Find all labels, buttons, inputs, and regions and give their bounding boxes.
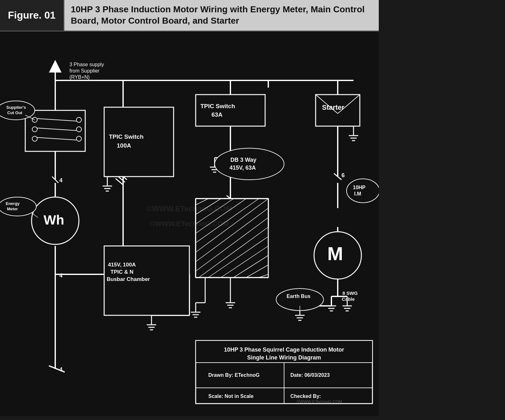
svg-text:10HP 3 Phase Squirrel Cage Ind: 10HP 3 Phase Squirrel Cage Induction Mot… <box>224 347 344 353</box>
svg-text:4: 4 <box>59 366 62 373</box>
svg-text:Supplier's: Supplier's <box>6 105 26 110</box>
svg-point-94 <box>32 136 37 141</box>
svg-text:415V, 63A: 415V, 63A <box>229 165 256 171</box>
svg-text:©WWW.ETechnoG.COM: ©WWW.ETechnoG.COM <box>146 204 232 213</box>
svg-point-151 <box>347 179 379 203</box>
svg-rect-102 <box>196 95 265 126</box>
svg-text:10HP: 10HP <box>353 185 365 190</box>
svg-text:(RYB+N): (RYB+N) <box>69 74 90 80</box>
svg-text:Meter: Meter <box>7 207 18 211</box>
svg-text:Earth Bus: Earth Bus <box>287 294 311 299</box>
svg-text:Drawn By: ETechnoG: Drawn By: ETechnoG <box>208 372 259 378</box>
svg-text:Busbar Chamber: Busbar Chamber <box>107 276 150 282</box>
svg-text:6: 6 <box>342 172 345 178</box>
svg-text:©WWW.ETechnoG.COM: ©WWW.ETechnoG.COM <box>297 399 342 404</box>
svg-text:TPIC & N: TPIC & N <box>110 269 134 275</box>
svg-point-135 <box>0 197 36 216</box>
svg-point-95 <box>76 117 81 122</box>
figure-label: Figure. 01 <box>0 0 64 31</box>
svg-text:M: M <box>327 243 343 264</box>
svg-text:Energy: Energy <box>6 201 20 206</box>
svg-point-97 <box>76 136 81 141</box>
svg-text:100A: 100A <box>117 142 131 149</box>
svg-text:3 Phase supply: 3 Phase supply <box>69 62 104 67</box>
svg-text:Date: 06/03/2023: Date: 06/03/2023 <box>290 372 330 378</box>
diagram-area: ©WWW.ETechnoG.COM <box>0 32 379 416</box>
svg-text:4: 4 <box>59 272 62 279</box>
svg-text:I.M: I.M <box>354 191 361 196</box>
header-title: 10HP 3 Phase Induction Motor Wiring with… <box>64 0 379 31</box>
svg-text:Wh: Wh <box>44 213 64 227</box>
svg-text:8 SWG: 8 SWG <box>342 290 358 296</box>
svg-text:415V, 100A: 415V, 100A <box>108 262 136 268</box>
svg-point-106 <box>215 148 284 180</box>
svg-text:Single Line Wiring Diagram: Single Line Wiring Diagram <box>247 354 321 361</box>
svg-text:Cable: Cable <box>342 296 355 302</box>
svg-text:Starter: Starter <box>322 103 344 111</box>
svg-text:TPIC Switch: TPIC Switch <box>109 133 144 140</box>
svg-text:Scale: Not in Scale: Scale: Not in Scale <box>208 394 253 399</box>
svg-point-96 <box>76 127 81 132</box>
svg-text:DB 3 Way: DB 3 Way <box>230 157 256 163</box>
header: Figure. 01 10HP 3 Phase Induction Motor … <box>0 0 379 32</box>
svg-text:63A: 63A <box>211 111 223 118</box>
svg-point-93 <box>32 127 37 132</box>
svg-text:Checked By:: Checked By: <box>290 394 321 399</box>
svg-text:TPIC Switch: TPIC Switch <box>200 103 235 109</box>
svg-text:4: 4 <box>59 177 62 184</box>
svg-rect-101 <box>104 107 174 177</box>
svg-text:Cut Out: Cut Out <box>7 110 22 115</box>
svg-text:from Supplier: from Supplier <box>69 68 100 73</box>
